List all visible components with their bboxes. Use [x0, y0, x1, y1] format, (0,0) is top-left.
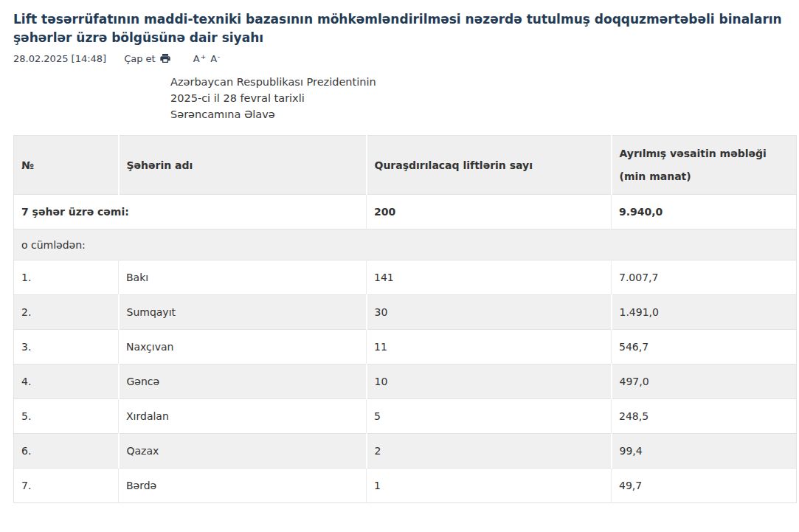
row-number: 2. — [14, 295, 119, 330]
minus-sign: - — [218, 53, 220, 61]
lifts-count: 5 — [367, 399, 612, 434]
printer-icon[interactable] — [159, 52, 171, 64]
decree-annotation: Azərbaycan Respublikası Prezidentinin 20… — [170, 74, 799, 122]
plus-sign: + — [201, 53, 207, 61]
total-row: 7 şəhər üzrə cəmi: 200 9.940,0 — [14, 195, 797, 229]
row-number: 5. — [14, 399, 119, 434]
font-decrease-button[interactable]: A- — [210, 53, 219, 64]
allocation-table: № Şəhərin adı Quraşdırılacaq liftlərin s… — [13, 135, 797, 503]
column-header-city: Şəhərin adı — [119, 136, 367, 195]
column-header-lifts: Quraşdırılacaq liftlərin sayı — [367, 136, 612, 195]
city-name: Naxçıvan — [119, 330, 367, 365]
subheader-row: o cümlədən: — [14, 229, 797, 260]
table-row: 6. Qazax 2 99,4 — [14, 434, 797, 469]
annotation-line: 2025-ci il 28 fevral tarixli — [170, 90, 799, 106]
lifts-count: 2 — [367, 434, 612, 469]
lifts-count: 141 — [367, 260, 612, 295]
city-name: Sumqayıt — [119, 295, 367, 330]
lifts-count: 10 — [367, 365, 612, 399]
row-number: 4. — [14, 365, 119, 399]
city-name: Bakı — [119, 260, 367, 295]
total-lifts-count: 200 — [367, 195, 612, 229]
publish-datetime: 28.02.2025 [14:48] — [13, 53, 106, 64]
table-container: № Şəhərin adı Quraşdırılacaq liftlərin s… — [13, 135, 797, 503]
row-number: 1. — [14, 260, 119, 295]
column-header-amount-line2: (min manat) — [620, 170, 789, 182]
amount-value: 99,4 — [612, 434, 797, 469]
annotation-line: Sərəncamına Əlavə — [170, 106, 799, 122]
table-row: 3. Naxçıvan 11 546,7 — [14, 330, 797, 365]
amount-value: 1.491,0 — [612, 295, 797, 330]
page-title: Lift təsərrüfatının maddi-texniki bazası… — [13, 10, 792, 47]
row-number: 7. — [14, 469, 119, 503]
font-increase-button[interactable]: A+ — [193, 53, 205, 64]
table-row: 1. Bakı 141 7.007,7 — [14, 260, 797, 295]
row-number: 3. — [14, 330, 119, 365]
amount-value: 7.007,7 — [612, 260, 797, 295]
row-number: 6. — [14, 434, 119, 469]
table-row: 5. Xırdalan 5 248,5 — [14, 399, 797, 434]
city-name: Xırdalan — [119, 399, 367, 434]
column-header-amount-line1: Ayrılmış vəsaitin məbləği — [620, 148, 789, 159]
amount-value: 546,7 — [612, 330, 797, 365]
column-header-number: № — [14, 136, 119, 195]
amount-value: 248,5 — [612, 399, 797, 434]
lifts-count: 11 — [367, 330, 612, 365]
lifts-count: 1 — [367, 469, 612, 503]
column-header-amount: Ayrılmış vəsaitin məbləği (min manat) — [612, 136, 797, 195]
total-label: 7 şəhər üzrə cəmi: — [14, 195, 367, 229]
table-row: 4. Gəncə 10 497,0 — [14, 365, 797, 399]
amount-value: 49,7 — [612, 469, 797, 503]
lifts-count: 30 — [367, 295, 612, 330]
amount-value: 497,0 — [612, 365, 797, 399]
table-row: 2. Sumqayıt 30 1.491,0 — [14, 295, 797, 330]
meta-row: 28.02.2025 [14:48] Çap et A+ A- — [13, 52, 799, 64]
city-name: Gəncə — [119, 365, 367, 399]
subheader-label: o cümlədən: — [14, 229, 797, 260]
city-name: Qazax — [119, 434, 367, 469]
table-row: 7. Bərdə 1 49,7 — [14, 469, 797, 503]
city-name: Bərdə — [119, 469, 367, 503]
total-amount: 9.940,0 — [612, 195, 797, 229]
font-size-controls: A+ A- — [193, 53, 220, 64]
print-button[interactable]: Çap et — [124, 52, 171, 64]
print-label: Çap et — [124, 53, 156, 64]
annotation-line: Azərbaycan Respublikası Prezidentinin — [170, 74, 799, 90]
document-page: Lift təsərrüfatının maddi-texniki bazası… — [0, 0, 799, 503]
table-header-row: № Şəhərin adı Quraşdırılacaq liftlərin s… — [14, 136, 797, 195]
